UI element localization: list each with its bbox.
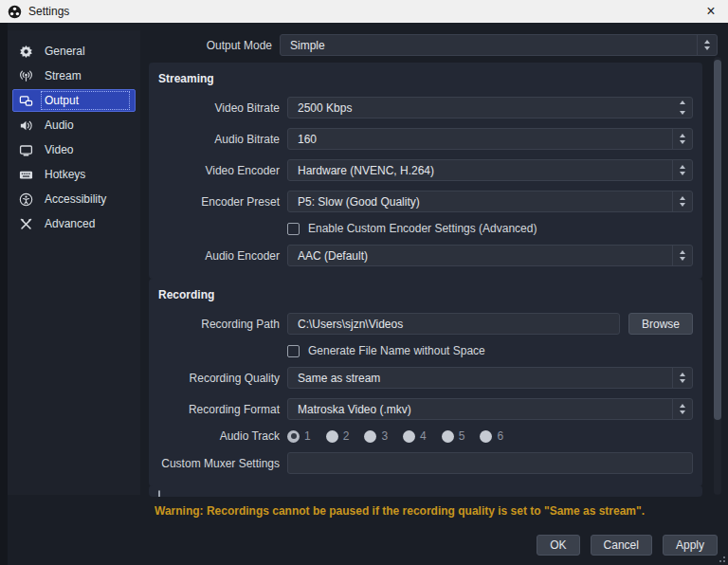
audio-track-option-5[interactable]: 5: [442, 429, 465, 443]
apply-button[interactable]: Apply: [663, 535, 718, 556]
sidebar-item-label: General: [41, 42, 130, 61]
sidebar-item-stream[interactable]: Stream: [12, 64, 136, 87]
dropdown-arrows-icon[interactable]: [672, 246, 692, 265]
audio-encoder-label: Audio Encoder: [158, 249, 280, 263]
sidebar-item-label: Advanced: [41, 214, 130, 233]
sidebar-item-label: Stream: [41, 66, 130, 85]
encoder-preset-value: P5: Slow (Good Quality): [298, 195, 672, 209]
dropdown-arrows-icon[interactable]: [672, 191, 692, 211]
output-settings-page: Output Mode Simple Streaming Video Bitra…: [140, 23, 728, 565]
browse-button[interactable]: Browse: [628, 313, 693, 335]
sidebar-item-audio[interactable]: Audio: [12, 114, 136, 137]
sidebar-item-label: Audio: [41, 116, 130, 135]
radio-button-icon[interactable]: [480, 430, 492, 443]
output-mode-value: Simple: [290, 39, 697, 52]
keyboard-icon: [18, 167, 33, 182]
custom-muxer-row: Custom Muxer Settings: [158, 452, 693, 474]
sidebar-item-advanced[interactable]: Advanced: [12, 212, 136, 235]
audio-track-row: Audio Track 123456: [158, 429, 693, 443]
monitor-icon: [18, 142, 33, 157]
recording-warning-text: Warning: Recordings cannot be paused if …: [155, 504, 716, 518]
encoder-preset-label: Encoder Preset: [158, 195, 280, 209]
dropdown-arrows-icon[interactable]: [672, 160, 692, 180]
sidebar-item-general[interactable]: General: [12, 40, 136, 63]
broadcast-icon: [18, 68, 33, 83]
recording-section-title: Recording: [158, 288, 693, 301]
radio-label: 5: [459, 429, 465, 443]
dropdown-arrows-icon[interactable]: [697, 35, 717, 55]
radio-label: 2: [343, 429, 350, 443]
custom-encoder-settings-row: Enable Custom Encoder Settings (Advanced…: [158, 222, 693, 235]
audio-track-option-2[interactable]: 2: [326, 429, 350, 443]
window-left-border: [0, 23, 8, 565]
dropdown-arrows-icon[interactable]: [672, 399, 692, 419]
recording-quality-value: Same as stream: [298, 372, 672, 385]
radio-button-icon[interactable]: [287, 430, 300, 443]
audio-track-option-3[interactable]: 3: [364, 429, 388, 443]
streaming-section-title: Streaming: [158, 72, 693, 85]
recording-quality-select[interactable]: Same as stream: [287, 367, 693, 389]
clipped-next-section: [149, 485, 702, 497]
clipped-checkbox[interactable]: [158, 490, 160, 497]
sidebar-item-video[interactable]: Video: [12, 138, 136, 161]
output-mode-row: Output Mode Simple: [140, 34, 718, 56]
recording-format-select[interactable]: Matroska Video (.mkv): [287, 398, 693, 420]
dropdown-arrows-icon[interactable]: [672, 368, 692, 388]
output-mode-select[interactable]: Simple: [280, 34, 718, 56]
radio-button-icon[interactable]: [364, 430, 376, 443]
radio-button-icon[interactable]: [326, 430, 338, 443]
video-bitrate-spinner[interactable]: 2500 Kbps: [287, 97, 693, 118]
radio-label: 3: [381, 429, 388, 443]
scrollbar-thumb[interactable]: [714, 60, 721, 420]
output-displays-icon: [18, 93, 33, 108]
resize-grip[interactable]: [723, 560, 725, 562]
dialog-footer: OK Cancel Apply: [537, 535, 718, 556]
vertical-scrollbar[interactable]: [714, 57, 721, 495]
custom-encoder-settings-checkbox[interactable]: [287, 223, 300, 235]
recording-format-value: Matroska Video (.mkv): [298, 403, 672, 416]
recording-path-input[interactable]: [287, 313, 620, 335]
video-encoder-select[interactable]: Hardware (NVENC, H.264): [287, 159, 693, 181]
radio-label: 6: [497, 429, 503, 443]
audio-track-option-6[interactable]: 6: [480, 429, 503, 443]
radio-label: 4: [420, 429, 427, 443]
encoder-preset-row: Encoder Preset P5: Slow (Good Quality): [158, 191, 693, 212]
radio-button-icon[interactable]: [442, 430, 454, 443]
audio-bitrate-row: Audio Bitrate 160: [158, 128, 693, 150]
dropdown-arrows-icon[interactable]: [672, 129, 692, 149]
recording-quality-row: Recording Quality Same as stream: [158, 367, 693, 389]
generate-no-space-checkbox[interactable]: [287, 345, 300, 357]
speaker-icon: [18, 118, 33, 133]
radio-button-icon[interactable]: [403, 430, 415, 443]
generate-no-space-row: Generate File Name without Space: [158, 344, 693, 357]
ok-button[interactable]: OK: [537, 535, 579, 556]
sidebar-item-accessibility[interactable]: Accessibility: [12, 188, 136, 210]
close-icon[interactable]: ×: [694, 0, 728, 23]
obs-logo-icon: [8, 5, 22, 19]
audio-track-label: Audio Track: [158, 429, 280, 443]
sidebar-item-hotkeys[interactable]: Hotkeys: [12, 163, 136, 186]
accessibility-icon: [18, 191, 33, 207]
audio-track-option-4[interactable]: 4: [403, 429, 427, 443]
audio-encoder-value: AAC (Default): [298, 249, 672, 263]
spinner-arrows-icon[interactable]: [672, 98, 692, 118]
audio-bitrate-select[interactable]: 160: [287, 128, 693, 150]
audio-encoder-row: Audio Encoder AAC (Default): [158, 245, 693, 266]
custom-encoder-settings-checkbox-label[interactable]: Enable Custom Encoder Settings (Advanced…: [308, 222, 537, 235]
radio-label: 1: [304, 429, 311, 443]
encoder-preset-select[interactable]: P5: Slow (Good Quality): [287, 191, 693, 212]
custom-muxer-input[interactable]: [287, 452, 693, 474]
video-bitrate-value: 2500 Kbps: [298, 101, 672, 115]
recording-path-row: Recording Path Browse: [158, 313, 693, 335]
recording-section: Recording Recording Path Browse Generate…: [149, 279, 702, 486]
titlebar: Settings ×: [0, 0, 728, 23]
sidebar-item-label: Output: [41, 91, 130, 110]
generate-no-space-checkbox-label[interactable]: Generate File Name without Space: [308, 344, 485, 357]
audio-track-radios: 123456: [287, 429, 503, 443]
audio-encoder-select[interactable]: AAC (Default): [287, 245, 693, 266]
sidebar-item-label: Hotkeys: [41, 165, 130, 184]
streaming-section: Streaming Video Bitrate 2500 Kbps Audio …: [149, 63, 702, 279]
cancel-button[interactable]: Cancel: [591, 535, 652, 556]
audio-track-option-1[interactable]: 1: [287, 429, 311, 443]
sidebar-item-output[interactable]: Output: [12, 89, 136, 112]
